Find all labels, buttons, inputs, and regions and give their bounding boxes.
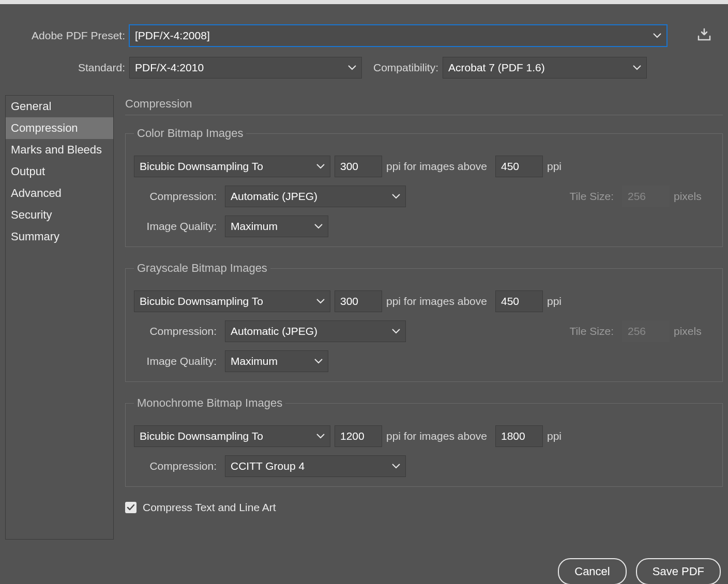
preset-label: Adobe PDF Preset: (5, 29, 125, 42)
gray-above-ppi-input[interactable]: 450 (495, 290, 543, 312)
group-grayscale-bitmap: Grayscale Bitmap Images Bicubic Downsamp… (125, 262, 723, 382)
ppi-unit: ppi (547, 295, 562, 308)
sidebar-item-advanced[interactable]: Advanced (6, 182, 113, 204)
gray-ppi-input[interactable]: 300 (335, 290, 382, 312)
compress-text-lineart-checkbox[interactable]: Compress Text and Line Art (125, 501, 723, 514)
gray-downsample-select[interactable]: Bicubic Downsampling To (134, 290, 330, 312)
color-ppi-input[interactable]: 300 (335, 156, 382, 177)
sidebar-item-compression[interactable]: Compression (6, 117, 113, 139)
group-color-bitmap: Color Bitmap Images Bicubic Downsampling… (125, 127, 723, 247)
preset-value: [PDF/X-4:2008] (135, 29, 210, 42)
section-title: Compression (125, 95, 723, 115)
group-monochrome-bitmap: Monochrome Bitmap Images Bicubic Downsam… (125, 396, 723, 487)
color-compression-label: Compression: (134, 190, 217, 203)
gray-quality-label: Image Quality: (134, 355, 217, 367)
ppi-unit: ppi (547, 160, 562, 173)
standard-value: PDF/X-4:2010 (135, 62, 204, 74)
group-gray-legend: Grayscale Bitmap Images (134, 262, 270, 275)
preset-select[interactable]: [PDF/X-4:2008] (129, 25, 667, 47)
chevron-down-icon (316, 299, 325, 304)
compatibility-value: Acrobat 7 (PDF 1.6) (448, 62, 545, 74)
chevron-down-icon (314, 359, 323, 364)
sidebar-item-marks-bleeds[interactable]: Marks and Bleeds (6, 139, 113, 161)
color-compression-select[interactable]: Automatic (JPEG) (225, 186, 406, 207)
chevron-down-icon (314, 224, 323, 229)
sidebar-item-summary[interactable]: Summary (6, 226, 113, 248)
mono-compression-select[interactable]: CCITT Group 4 (225, 455, 406, 477)
sidebar-item-general[interactable]: General (6, 96, 113, 117)
color-quality-select[interactable]: Maximum (225, 216, 328, 237)
mono-compression-label: Compression: (134, 460, 217, 472)
color-downsample-select[interactable]: Bicubic Downsampling To (134, 156, 330, 177)
chevron-down-icon (653, 33, 661, 38)
mono-above-label: ppi for images above (386, 430, 487, 442)
compatibility-select[interactable]: Acrobat 7 (PDF 1.6) (443, 57, 647, 79)
pixels-unit: pixels (674, 325, 710, 337)
color-tile-label: Tile Size: (569, 190, 614, 203)
color-above-label: ppi for images above (386, 160, 487, 173)
chevron-down-icon (633, 65, 641, 70)
save-preset-icon[interactable] (693, 28, 716, 44)
group-mono-legend: Monochrome Bitmap Images (134, 396, 285, 410)
gray-tile-label: Tile Size: (569, 325, 614, 337)
chevron-down-icon (348, 65, 356, 70)
chevron-down-icon (392, 329, 400, 334)
category-sidebar: General Compression Marks and Bleeds Out… (5, 95, 114, 540)
gray-tile-input: 256 (622, 320, 670, 342)
compress-text-lineart-label: Compress Text and Line Art (143, 501, 276, 514)
checkbox-box (125, 502, 136, 513)
color-above-ppi-input[interactable]: 450 (495, 156, 543, 177)
standard-select[interactable]: PDF/X-4:2010 (129, 57, 362, 79)
pixels-unit: pixels (674, 190, 710, 203)
standard-label: Standard: (5, 62, 125, 74)
color-tile-input: 256 (622, 186, 670, 207)
cancel-button[interactable]: Cancel (558, 558, 626, 584)
color-quality-label: Image Quality: (134, 220, 217, 233)
sidebar-item-security[interactable]: Security (6, 204, 113, 226)
chevron-down-icon (392, 194, 400, 199)
gray-compression-label: Compression: (134, 325, 217, 337)
chevron-down-icon (392, 464, 400, 469)
save-pdf-button[interactable]: Save PDF (636, 558, 721, 584)
chevron-down-icon (316, 434, 325, 439)
gray-above-label: ppi for images above (386, 295, 487, 308)
gray-compression-select[interactable]: Automatic (JPEG) (225, 320, 406, 342)
window-titlebar (0, 0, 728, 4)
mono-ppi-input[interactable]: 1200 (335, 425, 382, 447)
mono-above-ppi-input[interactable]: 1800 (495, 425, 543, 447)
group-color-legend: Color Bitmap Images (134, 127, 246, 140)
chevron-down-icon (316, 164, 325, 169)
mono-downsample-select[interactable]: Bicubic Downsampling To (134, 425, 330, 447)
gray-quality-select[interactable]: Maximum (225, 350, 328, 372)
ppi-unit: ppi (547, 430, 562, 442)
sidebar-item-output[interactable]: Output (6, 161, 113, 182)
compatibility-label: Compatibility: (373, 62, 438, 74)
